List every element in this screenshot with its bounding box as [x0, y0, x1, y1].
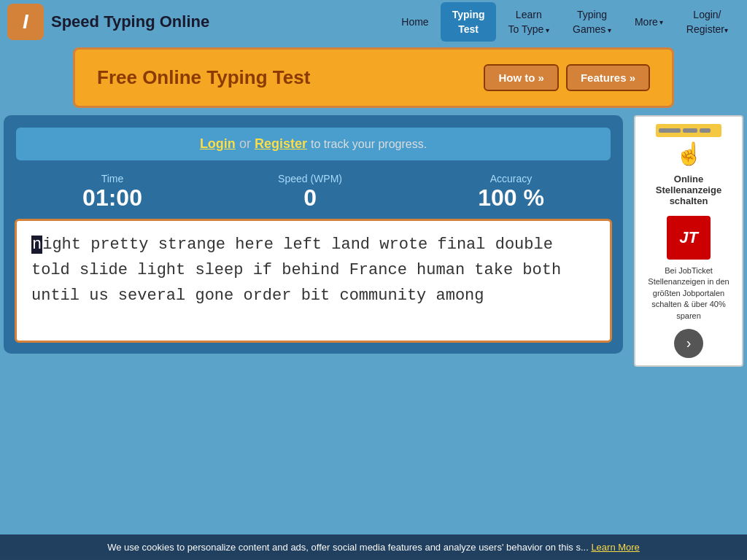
learn-more-link[interactable]: Learn More: [591, 542, 639, 553]
accuracy-value: 100 %: [478, 184, 544, 211]
nav-home[interactable]: Home: [390, 10, 440, 34]
logo-icon: I: [7, 4, 44, 40]
nav-games-line2: Games ▾: [573, 23, 611, 36]
speed-label: Speed (WPM): [278, 173, 342, 184]
nav-games-line1: Typing: [577, 8, 607, 21]
time-value: 01:00: [82, 184, 142, 211]
nav-login-line1: Login/: [693, 8, 721, 21]
register-link[interactable]: Register: [255, 136, 307, 151]
current-char: n: [31, 236, 42, 254]
ad-hand-icon: ☝️: [676, 141, 703, 166]
how-to-button[interactable]: How to »: [484, 64, 559, 91]
nav-typing-test-line2: Test: [458, 23, 479, 36]
ad-logo-icon: JT: [667, 216, 711, 260]
cookie-bar: We use cookies to personalize content an…: [0, 534, 747, 560]
login-bar: Login or Register to track your progress…: [15, 126, 612, 162]
ad-bar-1: [659, 128, 681, 133]
login-link[interactable]: Login: [200, 136, 236, 151]
navigation: Home Typing Test Learn To Type ▾ Typing …: [231, 2, 740, 42]
nav-learn-line1: Learn: [516, 8, 542, 21]
nav-typing-test-line1: Typing: [452, 8, 485, 21]
time-stat: Time 01:00: [82, 173, 142, 211]
nav-learn-line2: To Type ▾: [508, 23, 549, 36]
nav-login-register[interactable]: Login/ Register▾: [675, 2, 740, 42]
or-label: or: [239, 136, 251, 151]
accuracy-label: Accuracy: [478, 173, 544, 184]
logo-area: I Speed Typing Online: [7, 4, 209, 40]
nav-typing-games[interactable]: Typing Games ▾: [561, 2, 623, 42]
stats-row: Time 01:00 Speed (WPM) 0 Accuracy 100 %: [15, 173, 612, 211]
typing-container: Login or Register to track your progress…: [4, 115, 623, 354]
ad-next-button[interactable]: ›: [674, 329, 703, 358]
banner-buttons: How to » Features »: [484, 64, 650, 91]
nav-login-line2: Register▾: [686, 23, 728, 36]
nav-learn-to-type[interactable]: Learn To Type ▾: [496, 2, 561, 42]
ad-title: Online Stellenanzeige schalten: [643, 174, 735, 206]
cookie-message: We use cookies to personalize content an…: [107, 542, 589, 553]
banner-title: Free Online Typing Test: [97, 66, 310, 89]
ad-area: ☝️ Online Stellenanzeige schalten JT Bei…: [634, 115, 743, 367]
main: Login or Register to track your progress…: [0, 112, 747, 367]
remaining-text: ight pretty strange here left land wrote…: [31, 236, 561, 305]
logo-text: Speed Typing Online: [51, 12, 209, 31]
nav-more[interactable]: More ▾: [623, 10, 675, 34]
logo-italic: I: [23, 10, 28, 34]
center-panel: Login or Register to track your progress…: [0, 112, 630, 367]
nav-typing-test[interactable]: Typing Test: [441, 2, 497, 42]
ad-top-bar: [656, 124, 721, 137]
ad-bar-3: [700, 128, 711, 133]
track-text: to track your progress.: [311, 138, 427, 150]
time-label: Time: [82, 173, 142, 184]
header: I Speed Typing Online Home Typing Test L…: [0, 0, 747, 44]
banner: Free Online Typing Test How to » Feature…: [73, 47, 674, 108]
ad-description: Bei JobTicket Stellenanzeigen in den grö…: [643, 265, 735, 322]
speed-stat: Speed (WPM) 0: [278, 173, 342, 211]
typing-text-area[interactable]: night pretty strange here left land wrot…: [15, 219, 612, 343]
accuracy-stat: Accuracy 100 %: [478, 173, 544, 211]
speed-value: 0: [278, 184, 342, 211]
features-button[interactable]: Features »: [566, 64, 650, 91]
ad-bar-2: [683, 128, 697, 133]
